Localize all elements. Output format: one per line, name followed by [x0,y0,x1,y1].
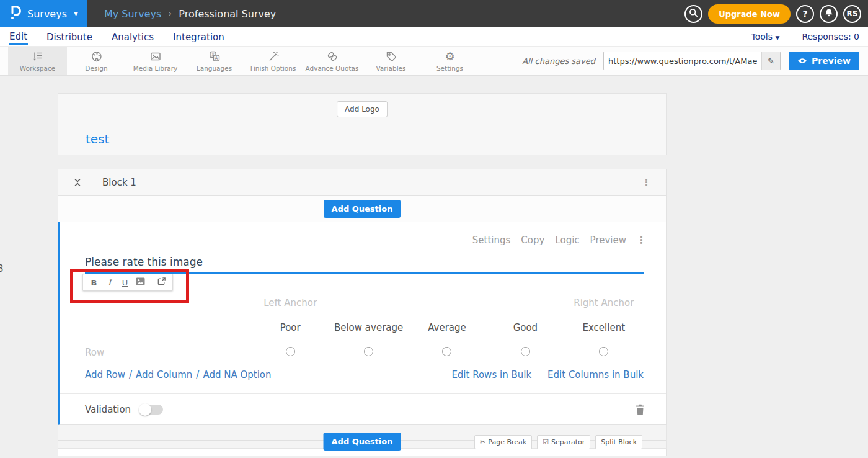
notifications-button[interactable] [820,5,838,23]
tab-edit[interactable]: Edit [9,29,28,45]
toggle-knob [139,403,151,416]
question-number: 3 [0,263,4,274]
toolbar-item-media-library[interactable]: Media Library [126,47,185,75]
radio-below-average[interactable] [364,347,373,356]
tab-analytics[interactable]: Analytics [111,30,154,44]
survey-nav: Edit Distribute Analytics Integration To… [0,27,868,47]
radio-row [251,347,643,356]
collapse-block-icon[interactable] [73,177,82,188]
workspace-icon [32,50,44,63]
scissors-icon: ✂ [480,438,485,446]
svg-text:A: A [215,56,218,61]
toolbar-divider [151,277,151,288]
insert-image-button[interactable] [133,276,148,289]
add-question-button-bottom[interactable]: Add Question [324,433,401,451]
annotation-red-box: B I U [70,269,189,303]
text-format-toolbar: B I U [82,274,173,291]
question-settings-link[interactable]: Settings [472,235,511,246]
toolbar-item-workspace[interactable]: Workspace [8,47,67,75]
question-copy-link[interactable]: Copy [521,235,544,246]
matrix-links-row: Add Row / Add Column / Add NA Option Edi… [85,369,644,380]
block-title[interactable]: Block 1 [102,177,136,188]
radio-excellent[interactable] [599,347,608,356]
radio-average[interactable] [442,347,451,356]
question-menu-kebab-icon[interactable]: ⋮ [637,236,646,245]
validation-row: Validation [60,393,666,424]
upgrade-now-button[interactable]: Upgrade Now [708,4,790,24]
right-anchor-field[interactable]: Right Anchor [565,297,643,308]
delete-question-button[interactable] [636,404,645,415]
left-anchor-field[interactable]: Left Anchor [251,297,329,308]
preview-button[interactable]: Preview [789,52,859,70]
block-menu-kebab-icon[interactable]: ⋮ [642,178,651,187]
radio-good[interactable] [521,347,530,356]
edit-columns-in-bulk-link[interactable]: Edit Columns in Bulk [547,369,644,380]
search-button[interactable] [684,5,702,23]
page-break-button[interactable]: ✂ Page Break [474,435,532,449]
tools-menu[interactable]: Tools ▼ [751,32,780,42]
question-card: Settings Copy Logic Preview ⋮ Please rat… [58,222,666,425]
italic-button[interactable]: I [102,276,117,289]
add-question-button[interactable]: Add Question [324,200,401,218]
validation-toggle[interactable] [140,405,163,415]
add-logo-button[interactable]: Add Logo [337,101,388,117]
split-block-button[interactable]: Split Block [595,435,642,449]
toolbar-item-label: Variables [376,65,406,72]
survey-url-field: ✎ [603,52,781,70]
toolbar-item-finish-options[interactable]: Finish Options [244,47,303,75]
palette-icon [91,50,103,63]
chevron-down-icon: ▼ [74,11,78,17]
edit-url-button[interactable]: ✎ [761,52,780,70]
toolbar-item-variables[interactable]: Variables [361,47,420,75]
radio-poor[interactable] [286,347,295,356]
insert-link-button[interactable] [154,276,169,289]
question-mark-icon: ? [802,9,807,19]
eye-icon [797,56,807,66]
brand-menu[interactable]: Surveys ▼ [0,0,87,27]
avatar[interactable]: RS [843,5,861,23]
column-header[interactable]: Good [486,322,564,333]
connector-line [469,442,474,442]
add-na-option-link[interactable]: Add NA Option [203,369,271,380]
avatar-initials: RS [847,9,858,18]
separator-button[interactable]: ☑ Separator [537,435,590,449]
checkbox-icon: ☑ [542,438,549,446]
survey-header-card: Add Logo test [58,93,666,155]
question-text[interactable]: Please rate this image [85,256,203,268]
toolbar-item-settings[interactable]: ⚙ Settings [420,47,479,75]
bold-button[interactable]: B [86,276,102,289]
topbar-actions: Upgrade Now ? RS [684,4,868,24]
question-logic-link[interactable]: Logic [555,235,579,246]
add-row-link[interactable]: Add Row [85,369,125,380]
underline-button[interactable]: U [117,276,133,289]
survey-title[interactable]: test [86,132,109,146]
responses-count[interactable]: Responses: 0 [802,32,859,42]
tab-integration[interactable]: Integration [172,30,225,44]
anchor-row: Left Anchor Right Anchor [251,297,643,308]
toolbar-item-advance-quotas[interactable]: Advance Quotas [303,47,361,75]
column-header[interactable]: Poor [251,322,329,333]
link-separator: / [196,369,199,380]
toolbar-item-label: Design [85,65,107,72]
nav-right: Tools ▼ Responses: 0 [751,32,859,42]
block-footer-row: Add Question ✂ Page Break ☑ Separator Sp… [58,425,666,449]
column-header[interactable]: Below average [329,322,407,333]
breadcrumb-separator-icon: › [168,8,172,19]
block-header: Block 1 ⋮ [58,169,666,196]
edit-rows-in-bulk-link[interactable]: Edit Rows in Bulk [451,369,531,380]
toolbar-item-design[interactable]: Design [67,47,126,75]
pencil-icon: ✎ [768,56,774,66]
survey-url-input[interactable] [604,52,761,70]
column-header-row: Poor Below average Average Good Excellen… [251,322,643,333]
help-button[interactable]: ? [796,5,814,23]
tab-distribute[interactable]: Distribute [46,30,93,44]
question-preview-link[interactable]: Preview [590,235,626,246]
breadcrumb-current: Professional Survey [179,8,276,20]
column-header[interactable]: Average [408,322,486,333]
toolbar-item-languages[interactable]: x A Languages [185,47,244,75]
breadcrumb-my-surveys[interactable]: My Surveys [104,8,161,20]
column-header[interactable]: Excellent [565,322,643,333]
magic-wand-icon [267,50,280,63]
add-column-link[interactable]: Add Column [136,369,192,380]
row-label-field[interactable]: Row [85,347,104,358]
